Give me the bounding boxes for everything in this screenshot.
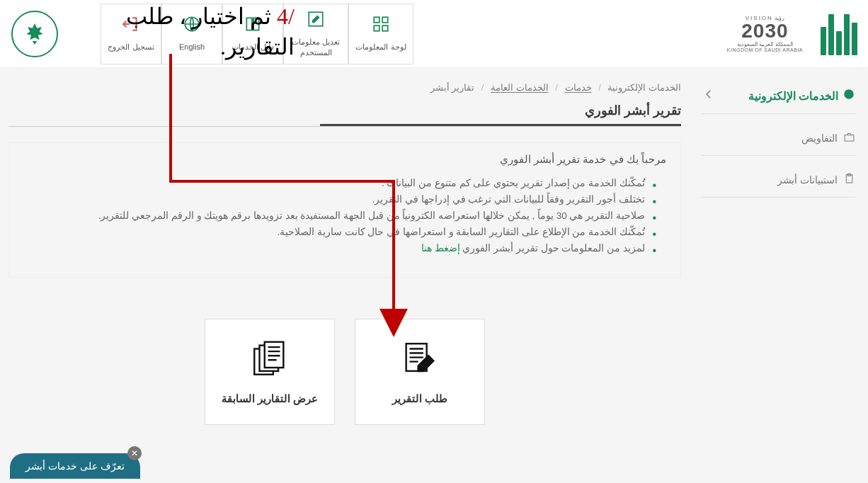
info-list-item: تُمكّنك الخدمة من إصدار تقرير يحتوي على … <box>23 176 656 192</box>
sidebar-heading-label: الخدمات الإلكترونية <box>748 89 838 103</box>
chevron-left-icon <box>702 88 715 103</box>
help-pill-label: تعرّف على خدمات أبشر <box>25 460 125 472</box>
action-cards: طلب التقرير عرض التقارير السابقة <box>8 319 681 425</box>
services-icon <box>843 88 855 103</box>
card-view-previous-reports[interactable]: عرض التقارير السابقة <box>205 319 335 425</box>
svg-rect-3 <box>382 26 388 32</box>
svg-rect-0 <box>374 18 379 23</box>
main-content: الخدمات الإلكترونية / خدمات / الخدمات ال… <box>0 82 698 425</box>
nav-label: لوحة المعلومات <box>355 42 406 52</box>
breadcrumb: الخدمات الإلكترونية / خدمات / الخدمات ال… <box>8 82 681 103</box>
breadcrumb-link-services[interactable]: خدمات <box>565 82 592 93</box>
info-list-item: صلاحية التقرير هي 30 يوماً , يمكن خلالها… <box>23 208 656 225</box>
documents-stack-icon <box>249 339 290 382</box>
sidebar-item-authorizations[interactable]: التفاويض <box>701 124 855 156</box>
svg-point-6 <box>844 89 854 99</box>
card-label: عرض التقارير السابقة <box>222 392 318 405</box>
document-pen-icon <box>399 339 440 382</box>
breadcrumb-link-general[interactable]: الخدمات العامة <box>491 82 549 93</box>
vision-country-ar: المملكة العربية السعودية <box>737 41 792 47</box>
briefcase-icon <box>843 131 855 145</box>
info-list-item: تختلف أجور التقرير وفقاً للبيانات التي ت… <box>23 192 656 208</box>
help-pill[interactable]: تعرّف على خدمات أبشر <box>10 453 140 479</box>
welcome-text: مرحباً بك في خدمة تقرير أبشر الفوري <box>23 153 666 166</box>
info-list-item: لمزيد من المعلومات حول تقرير أبشر الفوري… <box>23 241 656 257</box>
close-icon: ✕ <box>131 448 138 458</box>
sidebar-heading[interactable]: الخدمات الإلكترونية <box>701 82 855 114</box>
sidebar-item-label: استبيانات أبشر <box>777 174 838 186</box>
more-prefix: لمزيد من المعلومات حول تقرير أبشر الفوري <box>460 243 645 254</box>
help-close-button[interactable]: ✕ <box>127 446 142 460</box>
svg-rect-13 <box>265 342 284 368</box>
vision2030-logo: رؤية VISION 2030 المملكة العربية السعودي… <box>727 15 803 52</box>
vision-country-en: KINGDOM OF SAUDI ARABIA <box>727 47 803 52</box>
ksa-emblem <box>4 4 65 64</box>
svg-rect-7 <box>845 135 854 142</box>
info-list-item: تُمكّنك الخدمة من الإطلاع على التقارير ا… <box>23 225 656 241</box>
breadcrumb-current: تقارير أبشر <box>430 82 475 93</box>
card-request-report[interactable]: طلب التقرير <box>355 319 485 425</box>
absher-logo <box>814 9 864 59</box>
info-box: مرحباً بك في خدمة تقرير أبشر الفوري تُمك… <box>8 142 681 278</box>
logo-block: رؤية VISION 2030 المملكة العربية السعودي… <box>727 9 864 59</box>
sidebar: الخدمات الإلكترونية التفاويض استبيانات أ… <box>698 82 868 425</box>
svg-rect-2 <box>374 26 379 32</box>
nav-dashboard[interactable]: لوحة المعلومات <box>348 4 413 64</box>
breadcrumb-root: الخدمات الإلكترونية <box>607 82 681 93</box>
dashboard-icon <box>372 15 390 36</box>
sidebar-item-surveys[interactable]: استبيانات أبشر <box>701 166 855 198</box>
more-info-link[interactable]: إضغط هنا <box>421 243 460 254</box>
info-list: تُمكّنك الخدمة من إصدار تقرير يحتوي على … <box>23 176 666 257</box>
svg-rect-1 <box>382 18 388 23</box>
clipboard-icon <box>843 173 855 187</box>
page-title: تقرير أبشر الفوري <box>320 103 681 126</box>
card-label: طلب التقرير <box>392 392 447 405</box>
annotation-text: /4 ثم اختيار ، طلب التقارير. <box>126 1 295 62</box>
edit-icon <box>307 10 325 31</box>
sidebar-item-label: التفاويض <box>801 132 838 144</box>
vision-year: 2030 <box>741 21 788 41</box>
